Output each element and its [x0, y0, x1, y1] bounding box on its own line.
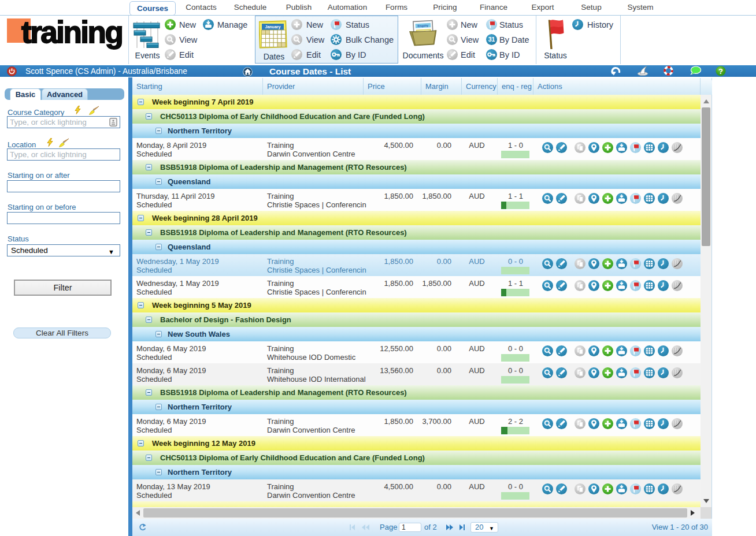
svg-text:Enquiry: Enquiry — [417, 24, 428, 28]
svg-text:31: 31 — [488, 36, 495, 43]
svg-text:January: January — [265, 25, 281, 29]
svg-text:?: ? — [718, 67, 723, 76]
